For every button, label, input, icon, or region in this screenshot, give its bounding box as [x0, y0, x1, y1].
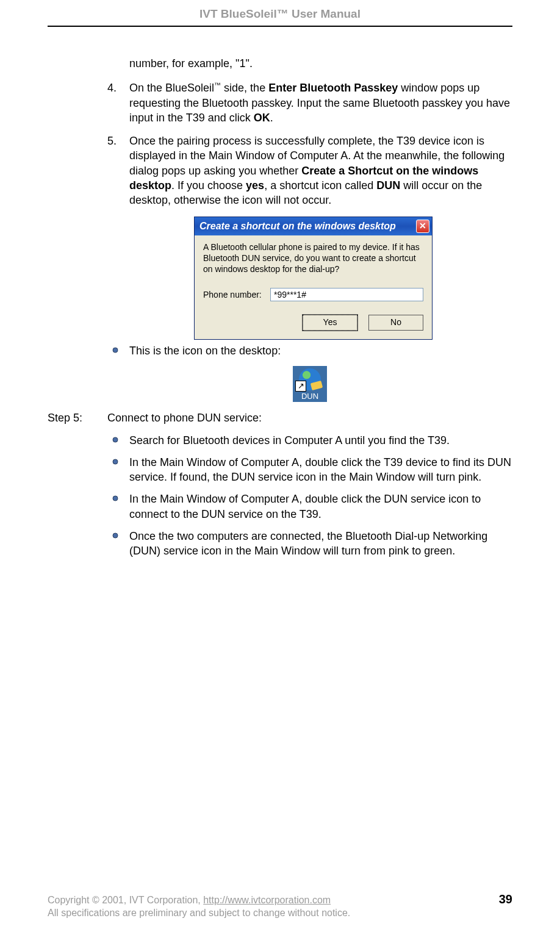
desktop-icon-figure: ↗ DUN [107, 366, 512, 402]
bold-text: yes [246, 179, 264, 192]
tm-mark: ™ [214, 81, 221, 88]
bullet-text: In the Main Window of Computer A, double… [129, 493, 481, 520]
phone-number-input[interactable] [270, 288, 423, 301]
svg-point-3 [113, 496, 118, 501]
footer-row-1: Copyright © 2001, IVT Corporation, http:… [48, 892, 512, 906]
bullet-item: In the Main Window of Computer A, double… [112, 492, 512, 522]
page-number: 39 [499, 892, 512, 906]
bullet-icon [112, 437, 118, 443]
footer-link[interactable]: http://www.ivtcorporation.com [203, 895, 331, 905]
text: side, the [221, 82, 268, 94]
footer-row-2: All specifications are preliminary and s… [48, 908, 512, 919]
bold-text: OK [254, 112, 270, 124]
bullet-item: Search for Bluetooth devices in Computer… [112, 433, 512, 448]
bullet-icon [112, 495, 118, 501]
header-rule [48, 26, 512, 27]
text: On the BlueSoleil [129, 82, 214, 94]
phone-label: Phone number: [203, 290, 270, 299]
globe-icon: ↗ [299, 368, 321, 390]
bullet-text: This is the icon on the desktop: [129, 345, 281, 357]
dialog-figure: Create a shortcut on the windows desktop… [194, 217, 512, 340]
no-button[interactable]: No [368, 315, 423, 331]
bullet-text: In the Main Window of Computer A, double… [129, 456, 511, 483]
text: . If you choose [171, 179, 246, 192]
dialog-buttons: Yes No [203, 315, 423, 331]
shortcut-arrow-icon: ↗ [295, 381, 306, 392]
svg-point-4 [113, 533, 118, 538]
step-label: Step 5: [48, 412, 107, 425]
dun-shortcut-icon: ↗ DUN [293, 366, 327, 402]
dialog-titlebar: Create a shortcut on the windows desktop… [195, 217, 432, 235]
svg-point-2 [113, 459, 118, 464]
footer-left: Copyright © 2001, IVT Corporation, http:… [48, 895, 331, 906]
content-area: number, for example, "1". 4. On the Blue… [48, 56, 512, 559]
dialog-body: A Bluetooth cellular phone is paired to … [195, 235, 432, 340]
shortcut-dialog: Create a shortcut on the windows desktop… [194, 217, 433, 340]
bullet-item: Once the two computers are connected, th… [112, 529, 512, 559]
icon-label: DUN [295, 392, 325, 401]
phone-icon [311, 380, 323, 390]
bold-text: DUN [376, 179, 400, 192]
list-item-5: 5. Once the pairing process is successfu… [107, 134, 512, 207]
bullet-text: Once the two computers are connected, th… [129, 530, 487, 557]
bullet-item: This is the icon on the desktop: [112, 343, 512, 358]
step-text: Connect to phone DUN service: [107, 412, 512, 425]
bullet-icon [112, 459, 118, 465]
list-number: 4. [107, 81, 117, 95]
svg-point-1 [113, 437, 118, 442]
bullet-icon [112, 347, 118, 353]
dialog-title: Create a shortcut on the windows desktop [199, 221, 396, 232]
list-number: 5. [107, 134, 117, 148]
text: , a shortcut icon called [264, 179, 376, 192]
yes-button[interactable]: Yes [303, 315, 357, 331]
bullet-list-1: This is the icon on the desktop: [107, 343, 512, 358]
page-footer: Copyright © 2001, IVT Corporation, http:… [48, 892, 512, 919]
step-5-row: Step 5: Connect to phone DUN service: [48, 412, 512, 425]
bold-text: Enter Bluetooth Passkey [268, 82, 398, 94]
bullet-text: Search for Bluetooth devices in Computer… [129, 434, 450, 446]
page-header: IVT BlueSoleil™ User Manual [48, 7, 512, 26]
svg-point-0 [113, 348, 118, 353]
bullet-icon [112, 532, 118, 539]
fragment-line: number, for example, "1". [107, 56, 512, 71]
close-icon[interactable]: ✕ [416, 220, 429, 233]
dialog-message: A Bluetooth cellular phone is paired to … [203, 242, 423, 275]
text: . [270, 112, 273, 124]
bullet-list-2: Search for Bluetooth devices in Computer… [107, 433, 512, 559]
copyright-text: Copyright © 2001, IVT Corporation, [48, 895, 203, 905]
bullet-item: In the Main Window of Computer A, double… [112, 455, 512, 485]
fragment-text: number, for example, "1". [129, 57, 253, 70]
list-item-4: 4. On the BlueSoleil™ side, the Enter Bl… [107, 81, 512, 125]
phone-number-row: Phone number: [203, 288, 423, 301]
